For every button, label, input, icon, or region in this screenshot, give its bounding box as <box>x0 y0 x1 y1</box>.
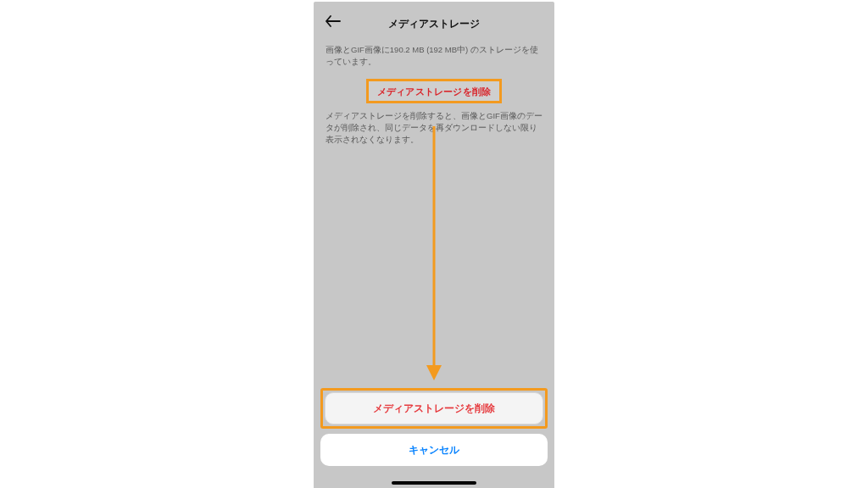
annotation-highlight-top: メディアストレージを削除 <box>366 79 502 103</box>
back-button[interactable] <box>326 15 341 27</box>
delete-explain-text: メディアストレージを削除すると、画像とGIF画像のデータが削除され、同じデータを… <box>314 107 554 153</box>
storage-usage-text: 画像とGIF画像に190.2 MB (192 MB中) のストレージを使っていま… <box>314 37 554 77</box>
arrow-left-icon <box>326 15 341 27</box>
page-title: メディアストレージ <box>388 17 480 31</box>
home-indicator[interactable] <box>392 481 476 485</box>
confirm-delete-button[interactable]: メディアストレージを削除 <box>325 392 543 424</box>
delete-storage-link[interactable]: メディアストレージを削除 <box>377 86 491 97</box>
cancel-button[interactable]: キャンセル <box>320 434 548 466</box>
delete-link-row: メディアストレージを削除 <box>314 79 554 103</box>
header-bar: メディアストレージ <box>314 2 554 37</box>
action-sheet-group: メディアストレージを削除 キャンセル <box>320 388 548 466</box>
phone-screen: メディアストレージ 画像とGIF画像に190.2 MB (192 MB中) のス… <box>314 2 554 488</box>
svg-marker-1 <box>426 365 442 380</box>
action-sheet: メディアストレージを削除 キャンセル <box>320 388 548 466</box>
annotation-arrow-icon <box>424 126 444 380</box>
annotation-highlight-bottom: メディアストレージを削除 <box>320 388 548 429</box>
